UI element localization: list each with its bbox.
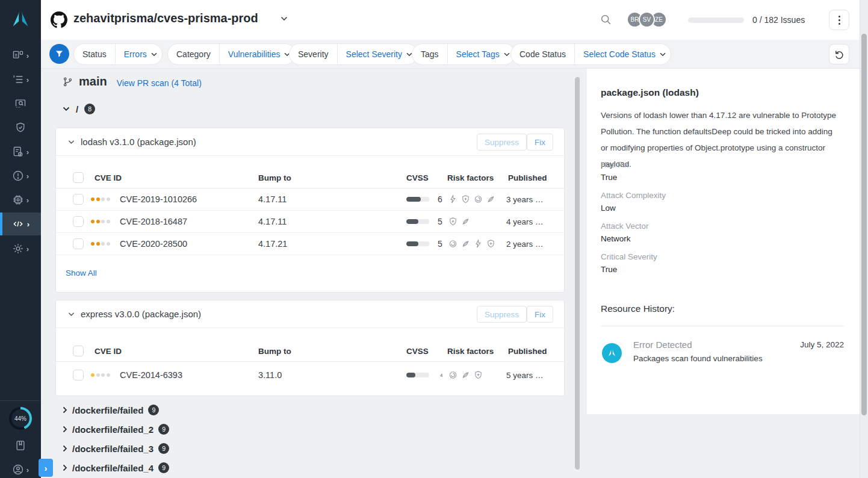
sidebar-item-supply-chain[interactable]: › — [0, 188, 41, 212]
audit-log-icon — [12, 73, 24, 85]
branch-name: main — [79, 75, 107, 88]
suppress-button[interactable]: Suppress — [477, 306, 527, 323]
table-row[interactable]: CVE-2014-6393 3.11.0 4 5 years … — [56, 364, 564, 386]
suppress-button[interactable]: Suppress — [477, 134, 527, 151]
page-scrollbar[interactable] — [860, 0, 868, 478]
chevron-right-icon: › — [27, 220, 29, 228]
page-scrollbar-thumb[interactable] — [861, 34, 867, 415]
cve-id[interactable]: CVE-2018-16487 — [120, 217, 187, 226]
chip-icon — [12, 194, 24, 206]
avatar[interactable]: SV — [639, 11, 655, 28]
cvss-score: 5 — [438, 239, 442, 249]
cve-id[interactable]: CVE-2014-6393 — [120, 370, 182, 380]
field-label: Critical Severity — [601, 252, 657, 261]
package-card-header[interactable]: express v3.0.0 (package.json) Suppress F… — [56, 300, 564, 328]
package-card-header[interactable]: lodash v3.1.0 (package.json) Suppress Fi… — [56, 128, 564, 156]
filter-value: Select Severity — [346, 49, 402, 59]
sidebar-item-settings[interactable]: › — [0, 237, 41, 261]
table-row[interactable]: CVE-2019-1010266 4.17.11 6 3 years … — [56, 188, 564, 211]
sidebar-item-code-security[interactable]: › — [0, 213, 41, 235]
folder-row[interactable]: /dockerfile/failed_2 9 — [63, 420, 169, 438]
issue-count-badge: 9 — [158, 462, 169, 473]
fix-button[interactable]: Fix — [527, 306, 553, 323]
table-row[interactable]: CVE-2018-16487 4.17.11 5 4 years … — [56, 211, 564, 233]
select-all-checkbox[interactable] — [73, 346, 84, 356]
issues-progress-bar — [688, 17, 744, 23]
row-checkbox[interactable] — [73, 194, 84, 205]
filter-value-dropdown[interactable]: Select Tags — [448, 49, 515, 59]
cvss-score: 4 — [440, 372, 442, 377]
folder-row[interactable]: /dockerfile/failed_4 9 — [63, 459, 169, 477]
cve-id[interactable]: CVE-2020-28500 — [120, 239, 187, 249]
search-button[interactable] — [600, 13, 612, 26]
divider — [601, 326, 844, 326]
chevron-right-icon — [63, 445, 67, 452]
column-header: Risk factors — [447, 173, 494, 182]
cvss-bar — [406, 197, 429, 202]
filter-button[interactable] — [49, 44, 69, 64]
risk-factors — [448, 217, 470, 226]
risk-shield-icon — [474, 370, 483, 379]
bump-to-version: 4.17.11 — [258, 217, 287, 226]
column-header: CVE ID — [95, 346, 122, 355]
chevron-down-icon[interactable] — [281, 16, 288, 21]
sidebar-item-audit-log[interactable]: › — [0, 67, 41, 92]
view-pr-scan-link[interactable]: View PR scan (4 Total) — [117, 78, 202, 88]
chevron-down-icon — [151, 52, 157, 57]
more-menu-button[interactable] — [829, 10, 849, 30]
chevron-right-icon — [63, 426, 67, 433]
bump-to-version: 3.11.0 — [258, 370, 282, 380]
bridgecrew-logo-icon[interactable] — [8, 8, 33, 33]
root-folder-row[interactable]: / 8 — [63, 104, 95, 114]
filter-value-dropdown[interactable]: Vulnerabilities — [220, 49, 296, 59]
main-scrollbar-thumb[interactable] — [575, 77, 580, 470]
chevron-down-icon — [660, 52, 666, 57]
column-header: Bump to — [258, 346, 291, 355]
published-date: 2 years … — [506, 240, 544, 249]
branch-row: main View PR scan (4 Total) — [63, 75, 202, 88]
sidebar-item-policies[interactable]: › — [0, 140, 41, 164]
risk-dos-icon — [448, 370, 457, 379]
app-screen: › › › › › › › — [0, 0, 868, 478]
folder-name: /dockerfile/failed_4 — [72, 463, 153, 473]
chevron-right-icon: › — [26, 196, 29, 204]
cvss-bar — [406, 219, 429, 224]
sidebar-item-boards[interactable]: › — [0, 43, 41, 67]
select-all-checkbox[interactable] — [73, 172, 84, 183]
folder-row[interactable]: /dockerfile/failed 9 — [63, 401, 159, 419]
risk-factors — [448, 195, 495, 204]
filter-value-dropdown[interactable]: Select Code Status — [575, 49, 671, 59]
filter-pill-status: Status Errors — [73, 43, 163, 65]
row-checkbox[interactable] — [73, 216, 84, 227]
fix-button[interactable]: Fix — [527, 134, 553, 151]
row-checkbox[interactable] — [73, 238, 84, 249]
sidebar-item-resource-explorer[interactable] — [0, 92, 41, 116]
table-row[interactable]: CVE-2020-28500 4.17.21 5 2 years … — [56, 233, 564, 255]
detail-field: Attack Complexity Low — [601, 191, 666, 213]
git-branch-icon — [63, 76, 73, 88]
scan-results-panel: main View PR scan (4 Total) / 8 lodash v… — [41, 69, 580, 478]
vulnerability-description: Versions of lodash lower than 4.17.12 ar… — [601, 107, 842, 172]
sidebar-item-compliance[interactable] — [0, 116, 41, 140]
folder-row[interactable]: /dockerfile/failed_3 9 — [63, 439, 169, 458]
risk-factors — [448, 370, 483, 379]
bump-to-version: 4.17.21 — [258, 239, 287, 249]
folder-name: /dockerfile/failed — [72, 405, 143, 415]
issue-count-badge: 9 — [158, 424, 169, 435]
sidebar-item-docs[interactable] — [0, 433, 41, 458]
event-date: July 5, 2022 — [800, 340, 844, 349]
kebab-icon — [839, 16, 840, 25]
filter-value-dropdown[interactable]: Errors — [116, 49, 162, 59]
cve-id[interactable]: CVE-2019-1010266 — [120, 194, 197, 204]
show-all-link[interactable]: Show All — [66, 268, 97, 278]
sidebar-item-incidents[interactable]: › — [0, 164, 41, 188]
filter-value-dropdown[interactable]: Select Severity — [338, 49, 417, 59]
sidebar-expand-button[interactable]: › — [39, 459, 53, 477]
chevron-right-icon: › — [26, 148, 29, 156]
column-header: Bump to — [258, 173, 291, 182]
person-circle-icon — [12, 464, 24, 476]
sidebar-item-account[interactable]: › — [0, 458, 41, 478]
row-checkbox[interactable] — [73, 370, 84, 380]
filter-label: Severity — [290, 44, 338, 64]
reset-filters-button[interactable] — [829, 44, 849, 64]
